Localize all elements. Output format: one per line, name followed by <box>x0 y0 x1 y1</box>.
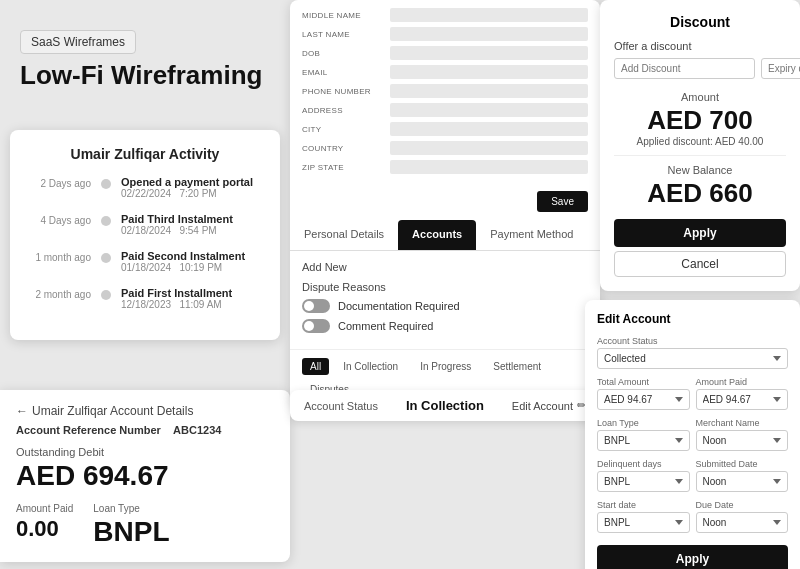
discount-cancel-button[interactable]: Cancel <box>614 251 786 277</box>
amount-paid-value: 0.00 <box>16 516 73 542</box>
start-date-select[interactable]: BNPL <box>597 512 690 533</box>
new-balance-section: New Balance AED 660 <box>614 164 786 209</box>
total-amount-select[interactable]: AED 94.67 <box>597 389 690 410</box>
amount-paid-select[interactable]: AED 94.67 <box>696 389 789 410</box>
new-balance-value: AED 660 <box>614 178 786 209</box>
edit-apply-button[interactable]: Apply <box>597 545 788 569</box>
edit-account-link[interactable]: Edit Account ✏ <box>512 399 586 412</box>
timeline-item: 2 month ago Paid First Installment 12/18… <box>26 287 264 310</box>
loan-type-select[interactable]: BNPL <box>597 430 690 451</box>
timeline-title: Opened a payment portal <box>121 176 264 188</box>
back-link-label: Umair Zulfiqar Account Details <box>32 404 193 418</box>
field-input[interactable] <box>390 141 588 155</box>
field-input[interactable] <box>390 122 588 136</box>
due-date-label: Due Date <box>696 500 789 510</box>
timeline-dot <box>101 216 111 226</box>
amount-value: AED 700 <box>614 105 786 136</box>
field-label: ADDRESS <box>302 106 382 115</box>
documentation-toggle-label: Documentation Required <box>338 300 460 312</box>
comment-toggle-row: Comment Required <box>302 319 588 333</box>
timeline-ago: 2 month ago <box>26 287 91 300</box>
field-input[interactable] <box>390 160 588 174</box>
status-bar: Account Status In Collection Edit Accoun… <box>290 390 600 421</box>
comment-toggle[interactable] <box>302 319 330 333</box>
field-input[interactable] <box>390 27 588 41</box>
filter-tab[interactable]: All <box>302 358 329 375</box>
discount-card: Discount Offer a discount Amount AED 700… <box>600 0 800 291</box>
form-field-row: DOB <box>302 46 588 60</box>
edit-account-card: Edit Account Account Status Collected To… <box>585 300 800 569</box>
timeline-title: Paid Third Instalment <box>121 213 264 225</box>
save-button[interactable]: Save <box>537 191 588 212</box>
ref-label: Account Reference Number <box>16 424 161 436</box>
delinquent-days-select[interactable]: BNPL <box>597 471 690 492</box>
debit-amount: AED 694.67 <box>16 460 274 492</box>
status-label: Account Status <box>304 400 378 412</box>
tabs-card: MIDDLE NAME LAST NAME DOB EMAIL PHONE NU… <box>290 0 600 406</box>
form-field-row: COUNTRY <box>302 141 588 155</box>
dispute-reasons-label: Dispute Reasons <box>302 281 588 293</box>
form-field-row: PHONE NUMBER <box>302 84 588 98</box>
field-input[interactable] <box>390 46 588 60</box>
loan-type-value: BNPL <box>93 516 169 548</box>
timeline-date: 02/18/2024 9:54 PM <box>121 225 264 236</box>
timeline-dot <box>101 290 111 300</box>
field-label: PHONE NUMBER <box>302 87 382 96</box>
field-input[interactable] <box>390 8 588 22</box>
add-discount-input[interactable] <box>614 58 755 79</box>
add-new-button[interactable]: Add New <box>302 261 588 273</box>
delinquent-days-label: Delinquent days <box>597 459 690 469</box>
saas-tag: SaaS Wireframes <box>20 30 136 54</box>
expiry-date-input[interactable] <box>761 58 800 79</box>
timeline-content: Paid Third Instalment 02/18/2024 9:54 PM <box>121 213 264 236</box>
ref-value: ABC1234 <box>173 424 221 436</box>
field-label: ZIP STATE <box>302 163 382 172</box>
amount-section: Amount AED 700 Applied discount: AED 40.… <box>614 91 786 147</box>
offer-label: Offer a discount <box>614 40 786 52</box>
form-field-row: EMAIL <box>302 65 588 79</box>
form-field-row: ADDRESS <box>302 103 588 117</box>
timeline-date: 02/22/2024 7:20 PM <box>121 188 264 199</box>
merchant-name-select[interactable]: Noon <box>696 430 789 451</box>
account-status-label: Account Status <box>597 336 788 346</box>
loan-type-label: Loan Type <box>597 418 690 428</box>
timeline-dot <box>101 179 111 189</box>
filter-tab[interactable]: In Progress <box>412 358 479 375</box>
tab-accounts[interactable]: Accounts <box>398 220 476 250</box>
timeline-date: 12/18/2023 11:09 AM <box>121 299 264 310</box>
amount-section-title: Amount <box>614 91 786 103</box>
tab-payment-method[interactable]: Payment Method <box>476 220 587 250</box>
timeline-item: 1 month ago Paid Second Instalment 01/18… <box>26 250 264 273</box>
field-input[interactable] <box>390 103 588 117</box>
tab-personal-details[interactable]: Personal Details <box>290 220 398 250</box>
field-label: COUNTRY <box>302 144 382 153</box>
discount-apply-button[interactable]: Apply <box>614 219 786 247</box>
activity-card-title: Umair Zulfiqar Activity <box>26 146 264 162</box>
field-label: LAST NAME <box>302 30 382 39</box>
filter-tab[interactable]: Settlement <box>485 358 549 375</box>
timeline-ago: 1 month ago <box>26 250 91 263</box>
submitted-date-select[interactable]: Noon <box>696 471 789 492</box>
edit-account-label: Edit Account <box>512 400 573 412</box>
field-label: CITY <box>302 125 382 134</box>
timeline-item: 4 Days ago Paid Third Instalment 02/18/2… <box>26 213 264 236</box>
field-input[interactable] <box>390 65 588 79</box>
form-fields: MIDDLE NAME LAST NAME DOB EMAIL PHONE NU… <box>290 0 600 185</box>
documentation-toggle[interactable] <box>302 299 330 313</box>
filter-tab[interactable]: In Collection <box>335 358 406 375</box>
timeline-title: Paid First Installment <box>121 287 264 299</box>
amount-paid-label: Amount Paid <box>16 503 73 514</box>
account-status-select[interactable]: Collected <box>597 348 788 369</box>
timeline-ago: 2 Days ago <box>26 176 91 189</box>
start-date-label: Start date <box>597 500 690 510</box>
edit-account-title: Edit Account <box>597 312 788 326</box>
timeline-ago: 4 Days ago <box>26 213 91 226</box>
field-input[interactable] <box>390 84 588 98</box>
account-ref: Account Reference Number ABC1234 <box>16 424 274 436</box>
field-label: DOB <box>302 49 382 58</box>
back-link[interactable]: ← Umair Zulfiqar Account Details <box>16 404 274 418</box>
form-field-row: LAST NAME <box>302 27 588 41</box>
discount-title: Discount <box>614 14 786 30</box>
loan-type-label: Loan Type <box>93 503 140 514</box>
due-date-select[interactable]: Noon <box>696 512 789 533</box>
